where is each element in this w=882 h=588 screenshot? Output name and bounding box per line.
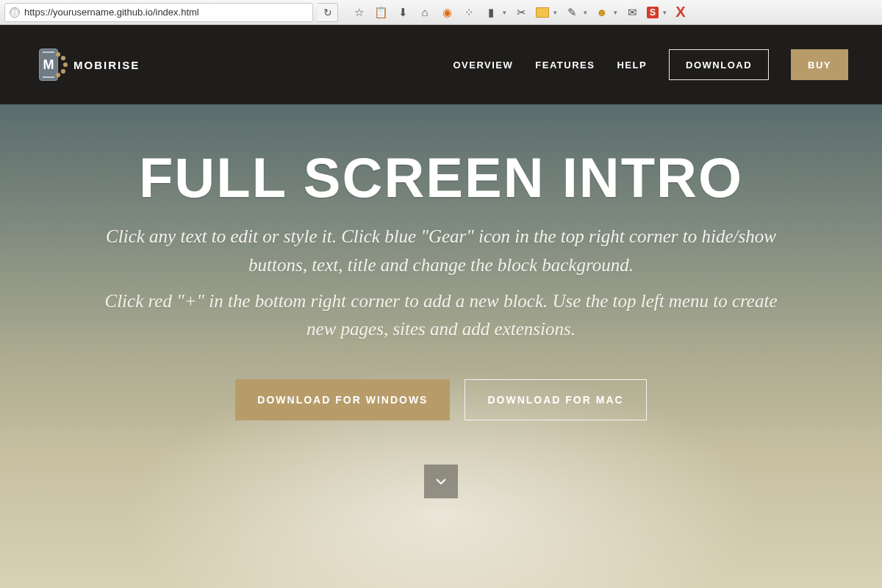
- bookmark-star-icon[interactable]: ☆: [351, 5, 366, 20]
- page: M MOBIRISE OVERVIEW FEATURES HELP DOWNLO…: [0, 25, 882, 588]
- battery-icon[interactable]: ▮: [484, 5, 498, 20]
- chevron-down-icon: [434, 475, 448, 488]
- hero-paragraph-2[interactable]: Click red "+" in the bottom right corner…: [88, 287, 794, 345]
- x-badge-icon[interactable]: X: [674, 6, 687, 19]
- scroll-down-button[interactable]: [424, 465, 458, 498]
- s-badge-icon[interactable]: S: [647, 7, 659, 18]
- clipboard-icon[interactable]: 📋: [373, 5, 388, 20]
- browser-toolbar: ⓘ ↻ ☆ 📋 ⬇ ⌂ ◉ ⁘ ▮ ▾ ✂ ▾ ✎ ▾ ☻ ▾ ✉ S ▾ X: [0, 0, 882, 25]
- dropdown-icon[interactable]: ▾: [614, 9, 617, 16]
- browser-toolbar-icons: ☆ 📋 ⬇ ⌂ ◉ ⁘ ▮ ▾ ✂ ▾ ✎ ▾ ☻ ▾ ✉ S ▾ X: [351, 5, 687, 20]
- download-windows-button[interactable]: DOWNLOAD FOR WINDOWS: [235, 379, 450, 420]
- dropdown-icon[interactable]: ▾: [503, 9, 506, 16]
- hero-paragraph-1[interactable]: Click any text to edit or style it. Clic…: [88, 223, 794, 280]
- brand[interactable]: M MOBIRISE: [34, 47, 140, 82]
- nav-overview[interactable]: OVERVIEW: [453, 60, 513, 71]
- svg-point-4: [57, 74, 59, 76]
- download-arrow-icon[interactable]: ⬇: [395, 5, 410, 20]
- nav-help[interactable]: HELP: [617, 60, 647, 71]
- mail-icon[interactable]: ✉: [625, 5, 639, 20]
- hero-buttons: DOWNLOAD FOR WINDOWS DOWNLOAD FOR MAC: [235, 379, 646, 420]
- address-bar[interactable]: ⓘ: [4, 3, 313, 22]
- reload-button[interactable]: ↻: [318, 3, 338, 22]
- brand-name: MOBIRISE: [74, 59, 140, 71]
- home-icon[interactable]: ⌂: [417, 5, 432, 20]
- svg-point-1: [62, 57, 64, 59]
- sun-rays-icon: [56, 50, 72, 79]
- scissors-icon[interactable]: ✂: [514, 5, 528, 20]
- dropdown-icon[interactable]: ▾: [584, 9, 587, 16]
- nav-features[interactable]: FEATURES: [535, 60, 595, 71]
- color-dots-icon[interactable]: ⁘: [462, 5, 476, 20]
- buy-button[interactable]: BUY: [791, 49, 848, 80]
- hero-section: FULL SCREEN INTRO Click any text to edit…: [0, 104, 882, 588]
- svg-point-3: [62, 70, 64, 72]
- brand-logo-icon: M: [34, 47, 63, 82]
- dropdown-icon[interactable]: ▾: [553, 9, 557, 16]
- svg-point-2: [64, 63, 66, 65]
- eyedropper-icon[interactable]: ✎: [564, 5, 579, 20]
- download-mac-button[interactable]: DOWNLOAD FOR MAC: [465, 379, 646, 420]
- url-input[interactable]: [24, 7, 308, 18]
- logo-letter: M: [43, 57, 54, 73]
- site-info-icon[interactable]: ⓘ: [10, 7, 20, 18]
- download-button[interactable]: DOWNLOAD: [669, 49, 769, 80]
- main-nav: OVERVIEW FEATURES HELP DOWNLOAD BUY: [453, 49, 848, 80]
- duckduckgo-icon[interactable]: ◉: [440, 5, 454, 20]
- yellow-badge-icon[interactable]: [536, 7, 549, 18]
- svg-point-0: [57, 53, 59, 55]
- face-icon[interactable]: ☻: [595, 5, 609, 20]
- dropdown-icon[interactable]: ▾: [663, 9, 667, 16]
- site-header: M MOBIRISE OVERVIEW FEATURES HELP DOWNLO…: [0, 25, 882, 104]
- hero-title[interactable]: FULL SCREEN INTRO: [139, 146, 743, 209]
